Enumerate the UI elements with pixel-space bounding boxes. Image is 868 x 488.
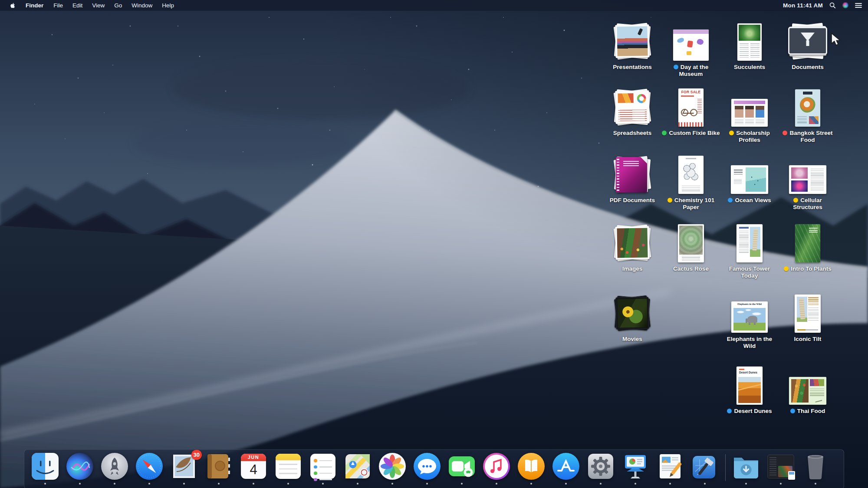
dock-system-preferences-icon[interactable]	[587, 452, 615, 480]
menu-edit[interactable]: Edit	[68, 2, 87, 9]
stack-label-text: Spreadsheets	[613, 130, 652, 136]
dock-mail-icon[interactable]: 30	[170, 452, 198, 480]
stack-label-text: Iconic Tilt	[794, 336, 822, 342]
stack-custom-fixie-bike[interactable]: FOR SALECustom Fixie Bike	[658, 85, 723, 137]
stack-elephants-in-the-wild[interactable]: Elephants in the WildElephants in the Wi…	[717, 291, 782, 350]
yellow-tag-dot	[729, 131, 734, 135]
dock-downloads-icon[interactable]	[732, 452, 760, 480]
dock-app-store-icon[interactable]	[552, 452, 580, 480]
dock-contacts-icon[interactable]	[205, 452, 233, 480]
dock-launchpad-icon[interactable]	[101, 452, 128, 480]
stack-famous-tower-today[interactable]: Famous Tower Today	[717, 221, 782, 279]
dock-pages-icon[interactable]	[656, 452, 684, 480]
blue-tag-dot	[727, 409, 732, 413]
stack-thumbnail	[612, 291, 653, 333]
dock-facetime-icon[interactable]	[448, 452, 476, 480]
stack-label-text: Ocean Views	[735, 197, 771, 203]
menu-view[interactable]: View	[87, 2, 109, 9]
stack-label-text: Scholarship Profiles	[736, 130, 769, 143]
dock-finder-icon[interactable]	[31, 452, 59, 480]
menu-file[interactable]: File	[49, 2, 68, 9]
calendar-page: JUN4	[241, 454, 266, 479]
dock-separator	[725, 454, 726, 481]
stack-day-at-the-museum[interactable]: Day at the Museum	[658, 20, 723, 78]
blue-tag-dot	[728, 198, 733, 203]
dock-xcode-icon[interactable]	[691, 452, 719, 480]
menu-help[interactable]: Help	[157, 2, 179, 9]
spotlight-icon[interactable]	[829, 2, 836, 9]
stack-intro-to-plants[interactable]: Intro To Plants	[775, 221, 840, 272]
stack-spreadsheets[interactable]: Spreadsheets	[600, 85, 665, 137]
dock-keynote-icon[interactable]	[621, 452, 649, 480]
calendar-day: 4	[241, 461, 266, 478]
stack-scholarship-profiles[interactable]: Scholarship Profiles	[717, 85, 782, 144]
stack-presentations[interactable]: Presentations	[600, 20, 665, 71]
stack-pdf-documents[interactable]: PDF Documents	[600, 153, 665, 204]
stack-label-text: Images	[622, 265, 643, 272]
stack-label-text: Day at the Museum	[679, 64, 709, 77]
stack-bangkok-street-food[interactable]: Bangkok Street Food	[775, 85, 840, 144]
running-indicator-dot	[496, 483, 497, 485]
dock-notes-icon[interactable]	[274, 452, 302, 480]
stack-iconic-tilt[interactable]: Iconic Tilt	[775, 291, 840, 343]
stack-label-text: Famous Tower Today	[729, 265, 770, 279]
stack-thumbnail	[795, 221, 820, 262]
dock-siri-icon[interactable]	[66, 452, 94, 480]
dock-photos-icon[interactable]	[378, 452, 406, 480]
stack-images[interactable]: Images	[600, 221, 665, 272]
stack-chemistry-101-paper[interactable]: Chemistry 101 Paper	[658, 153, 723, 211]
stack-succulents[interactable]: Succulents	[717, 20, 782, 71]
market-photo-thumbnail	[617, 228, 648, 258]
stack-label: Chemistry 101 Paper	[661, 197, 720, 211]
running-indicator-dot	[780, 483, 782, 485]
stack-thumbnail: Desert Dunes	[736, 364, 763, 405]
stack-label: Spreadsheets	[613, 130, 652, 137]
running-indicator-dot	[357, 483, 358, 485]
menu-bar: Finder File Edit View Go Window Help Mon…	[0, 0, 868, 10]
stack-desert-dunes[interactable]: Desert DunesDesert Dunes	[717, 364, 782, 415]
stack-label-text: Cactus Rose	[673, 265, 709, 272]
dock-trash-icon[interactable]	[802, 452, 829, 480]
stack-label-text: Intro To Plants	[791, 265, 832, 272]
notification-center-icon[interactable]	[855, 3, 862, 8]
doc-title: Desert Dunes	[739, 371, 757, 374]
dock-safari-icon[interactable]	[135, 452, 163, 480]
dock-calendar-icon[interactable]: JUN4	[240, 452, 267, 480]
stack-thai-food[interactable]: Thai Food	[775, 364, 840, 415]
blue-tag-dot	[674, 65, 678, 69]
stack-label: Elephants in the Wild	[720, 336, 779, 350]
stack-label: Cactus Rose	[673, 265, 709, 272]
menubar-clock[interactable]: Mon 11:41 AM	[783, 2, 823, 9]
dock-books-icon[interactable]	[517, 452, 545, 480]
minimized-window-thumbnail	[768, 455, 794, 478]
running-indicator-dot	[745, 483, 747, 485]
stack-label: Presentations	[613, 64, 651, 71]
stack-label-text: Bangkok Street Food	[789, 130, 832, 143]
dock-minimized-window-icon[interactable]	[767, 452, 795, 480]
dock-messages-icon[interactable]	[413, 452, 441, 480]
dock-maps-icon[interactable]	[344, 452, 372, 480]
running-indicator-dot	[704, 483, 706, 485]
siri-icon[interactable]	[842, 2, 848, 8]
stack-label: Movies	[622, 336, 642, 343]
stack-ocean-views[interactable]: Ocean Views	[717, 153, 782, 204]
stack-label: PDF Documents	[610, 197, 655, 204]
doc-title: Elephants in the Wild	[731, 303, 768, 305]
apple-menu-icon[interactable]	[6, 2, 20, 9]
menu-go[interactable]: Go	[109, 2, 127, 9]
stack-cactus-rose[interactable]: Cactus Rose	[658, 221, 723, 272]
stack-label-text: Desert Dunes	[734, 408, 772, 414]
menu-finder[interactable]: Finder	[20, 2, 49, 9]
menu-window[interactable]: Window	[127, 2, 157, 9]
stack-movies[interactable]: Movies	[600, 291, 665, 343]
stack-cellular-structures[interactable]: Cellular Structures	[775, 153, 840, 211]
stack-thumbnail	[612, 20, 653, 61]
stack-label-text: Documents	[792, 64, 824, 70]
running-indicator-dot	[148, 483, 150, 485]
stack-label: Thai Food	[790, 408, 825, 415]
running-indicator-dot	[218, 483, 220, 485]
blue-tag-dot	[790, 409, 795, 413]
running-indicator-dot	[322, 483, 324, 485]
dock-reminders-icon[interactable]	[309, 452, 337, 480]
dock-itunes-icon[interactable]	[483, 452, 510, 480]
